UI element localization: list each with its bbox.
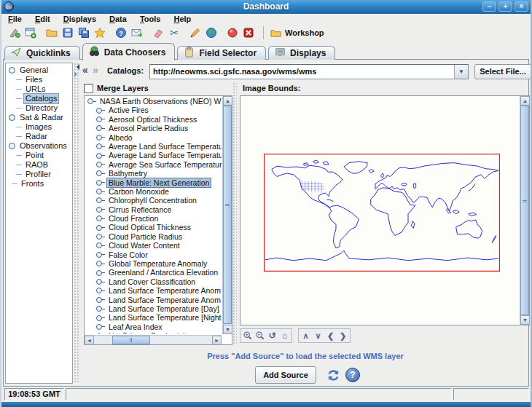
nav-item-directory[interactable]: Directory xyxy=(6,103,72,113)
tree-handle-icon[interactable] xyxy=(96,242,102,248)
layers-hscroll-thumb[interactable] xyxy=(112,336,150,344)
layer-item[interactable]: Blue Marble: Next Generation xyxy=(85,178,222,187)
layer-item[interactable]: Carbon Monoxide xyxy=(85,187,222,196)
nav-item-profiler[interactable]: Profiler xyxy=(6,170,72,179)
catalog-url-combobox[interactable]: http://neowms.sci.gsfc.nasa.gov/wms/wms … xyxy=(149,64,469,79)
zoom-out-icon[interactable] xyxy=(254,330,266,341)
layer-item[interactable]: Chlorophyll Concentration xyxy=(85,196,222,205)
help-icon[interactable]: ? xyxy=(345,368,360,382)
layer-item[interactable]: Land Surface Temperature Anom xyxy=(85,286,222,295)
favorite-star-icon[interactable] xyxy=(93,26,107,39)
help-bubble-icon[interactable]: ? xyxy=(114,26,128,39)
nav-item-point[interactable]: Point xyxy=(6,151,72,160)
tree-handle-icon[interactable] xyxy=(96,315,102,321)
layer-item[interactable]: Cloud Fraction xyxy=(85,214,222,223)
layer-item[interactable]: Global Temperature Anomaly xyxy=(85,259,222,268)
forward-chevrons-icon[interactable]: » xyxy=(93,65,98,75)
tree-handle-icon[interactable] xyxy=(96,288,102,293)
menu-data[interactable]: Data xyxy=(103,15,133,23)
scroll-down-icon[interactable]: ▼ xyxy=(520,315,530,325)
pan-up-icon[interactable]: ∧ xyxy=(300,330,312,341)
layer-item[interactable]: Cirrus Reflectance xyxy=(85,205,222,214)
tab-field-selector[interactable]: Field Selector xyxy=(177,46,266,60)
collapse-left-icon[interactable] xyxy=(74,64,79,70)
tab-data-choosers[interactable]: Data Choosers xyxy=(82,43,176,60)
menu-file[interactable]: File xyxy=(1,15,28,23)
open-folder-icon[interactable] xyxy=(44,26,59,39)
new-window-icon[interactable] xyxy=(23,26,38,39)
tree-handle-icon[interactable] xyxy=(96,153,102,159)
tree-handle-icon[interactable] xyxy=(9,67,15,74)
tree-handle-icon[interactable] xyxy=(96,216,102,221)
scroll-down-icon[interactable]: ▼ xyxy=(223,325,232,334)
scroll-up-icon[interactable]: ▲ xyxy=(520,96,530,106)
tree-handle-icon[interactable] xyxy=(96,125,102,131)
tree-handle-icon[interactable] xyxy=(96,297,102,303)
edit-pencil-icon[interactable] xyxy=(188,26,203,39)
globe-icon[interactable] xyxy=(204,26,219,39)
nav-item-catalogs[interactable]: Catalogs xyxy=(6,94,72,103)
layer-item[interactable]: Land Surface Temperature [Night xyxy=(85,313,222,322)
tree-handle-icon[interactable] xyxy=(96,108,102,114)
close-button[interactable]: × xyxy=(515,1,528,12)
nav-item-raob[interactable]: RAOB xyxy=(6,160,72,170)
dashboard-icon[interactable] xyxy=(7,26,22,39)
tree-handle-icon[interactable] xyxy=(96,252,102,258)
select-file-button[interactable]: Select File... xyxy=(474,64,531,79)
nav-item-images[interactable]: Images xyxy=(6,122,72,132)
menu-tools[interactable]: Tools xyxy=(133,15,168,23)
tree-handle-icon[interactable] xyxy=(96,170,102,176)
layer-item[interactable]: Aerosol Optical Thickness xyxy=(85,115,222,124)
tree-handle-icon[interactable] xyxy=(96,279,102,285)
layers-vscroll-thumb[interactable] xyxy=(223,106,232,324)
reload-icon[interactable] xyxy=(326,368,341,383)
save-copy-icon[interactable] xyxy=(77,26,91,39)
add-source-button[interactable]: Add Source xyxy=(255,366,316,384)
tree-handle-icon[interactable] xyxy=(96,180,102,186)
menu-displays[interactable]: Displays xyxy=(57,15,103,23)
tree-handle-icon[interactable] xyxy=(9,114,15,121)
eraser-icon[interactable] xyxy=(151,26,165,39)
tree-handle-icon[interactable] xyxy=(96,225,102,231)
layer-item[interactable]: Average Land Surface Temperatu xyxy=(85,151,222,159)
layer-item[interactable]: Aerosol Particle Radius xyxy=(85,124,222,133)
layer-item[interactable]: Greenland / Antarctica Elevation xyxy=(85,268,222,277)
tree-handle-icon[interactable] xyxy=(96,197,102,203)
layer-item[interactable]: Land Surface Temperature Anom xyxy=(85,296,222,304)
nav-item-fronts[interactable]: Fronts xyxy=(6,179,72,189)
tab-quicklinks[interactable]: Quicklinks xyxy=(4,46,80,60)
bounds-vscroll-thumb[interactable] xyxy=(520,106,529,315)
layer-item[interactable]: False Color xyxy=(85,250,222,259)
tab-displays[interactable]: Displays xyxy=(268,46,335,60)
home-icon[interactable]: ⌂ xyxy=(278,330,291,341)
workshop-button[interactable]: Workshop xyxy=(270,28,324,39)
nav-item-radar[interactable]: Radar xyxy=(6,132,72,141)
tree-handle-icon[interactable] xyxy=(96,270,102,276)
tree-handle-icon[interactable] xyxy=(96,162,102,167)
tree-handle-icon[interactable] xyxy=(96,189,102,194)
layer-item[interactable]: Active Fires xyxy=(85,106,222,114)
nav-item-general[interactable]: General xyxy=(6,66,72,75)
combobox-dropdown-icon[interactable]: ▼ xyxy=(454,65,468,79)
mail-send-icon[interactable] xyxy=(130,26,144,39)
scroll-left-icon[interactable]: ◄ xyxy=(85,336,94,345)
collapse-right-icon[interactable] xyxy=(74,71,80,77)
layer-item[interactable]: Average Sea Surface Temperatur xyxy=(85,160,222,169)
layer-item[interactable]: Net Primary Productivity xyxy=(85,331,222,333)
tree-handle-icon[interactable] xyxy=(96,306,102,312)
layer-item[interactable]: Land Surface Temperature [Day] xyxy=(85,304,222,313)
pan-right-icon[interactable]: ❯ xyxy=(337,330,349,341)
cut-icon[interactable]: ✂ xyxy=(167,26,181,39)
tree-handle-icon[interactable] xyxy=(96,324,102,330)
scroll-right-icon[interactable]: ► xyxy=(212,336,222,345)
tree-handle-icon[interactable] xyxy=(96,333,102,333)
catalog-url-value[interactable]: http://neowms.sci.gsfc.nasa.gov/wms/wms xyxy=(150,65,454,79)
merge-layers-checkbox[interactable] xyxy=(84,84,93,93)
tree-handle-icon[interactable] xyxy=(9,143,15,149)
layer-item[interactable]: Albedo xyxy=(85,133,222,142)
tree-handle-icon[interactable] xyxy=(96,261,102,266)
back-chevrons-icon[interactable]: « xyxy=(82,65,88,75)
layers-horizontal-scrollbar[interactable]: ◄ ► xyxy=(85,335,222,344)
nav-item-sat-radar[interactable]: Sat & Radar xyxy=(6,113,72,122)
save-icon[interactable] xyxy=(60,26,75,39)
